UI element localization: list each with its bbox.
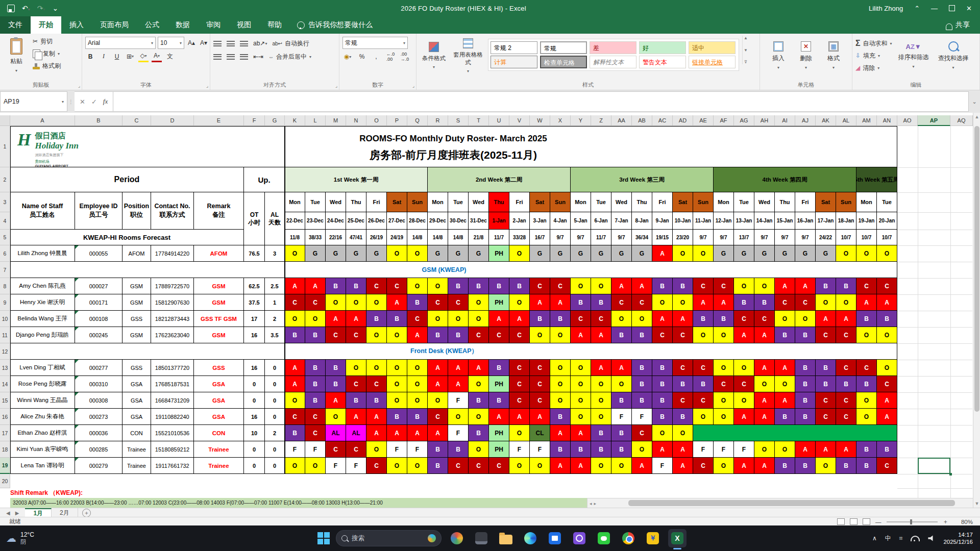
shift-cell[interactable]: F <box>611 409 632 425</box>
staff-remark-cell[interactable]: GSA <box>194 409 244 425</box>
row-header-6[interactable]: 6 <box>0 245 10 262</box>
style-tile[interactable]: 解释性文本 <box>590 56 636 68</box>
shift-cell[interactable]: O <box>387 458 407 474</box>
staff-id-cell[interactable]: 000027 <box>75 278 122 294</box>
shift-cell[interactable]: B <box>673 376 693 392</box>
day-header[interactable]: Sun <box>550 192 571 212</box>
format-cells-button[interactable]: ▦ 格式▾ <box>821 36 846 76</box>
forecast-cell[interactable]: 11/7 <box>591 230 611 245</box>
shift-cell[interactable]: O <box>571 278 591 294</box>
date-header[interactable]: 26-Dec <box>366 212 387 230</box>
shift-cell[interactable]: A <box>285 360 305 376</box>
shift-cell[interactable]: O <box>509 294 530 311</box>
staff-contact-cell[interactable]: 17889722570 <box>151 278 194 294</box>
shift-cell[interactable]: O <box>591 376 611 392</box>
shift-cell[interactable]: O <box>856 409 877 425</box>
shift-cell[interactable]: B <box>734 294 754 311</box>
shift-cell[interactable]: C <box>489 458 509 474</box>
date-header[interactable]: 15-Jan <box>775 212 795 230</box>
shift-cell[interactable]: A <box>448 376 469 392</box>
shift-cell[interactable]: B <box>469 278 489 294</box>
staff-contact-cell[interactable]: 18501377720 <box>151 360 194 376</box>
shift-cell[interactable]: B <box>550 311 571 327</box>
shift-cell[interactable]: B <box>652 409 673 425</box>
day-header[interactable]: Thu <box>775 192 795 212</box>
col-header-G[interactable]: G <box>265 115 285 126</box>
shift-cell[interactable]: A <box>326 311 346 327</box>
forecast-cell[interactable]: 16/7 <box>530 230 550 245</box>
staff-name-cell[interactable]: Amy Chen 陈孔燕 <box>10 278 75 294</box>
date-header[interactable]: 1-Jan <box>489 212 509 230</box>
shift-cell[interactable]: A <box>673 458 693 474</box>
undo-icon[interactable]: ↶▾ <box>22 4 30 12</box>
taskbar-app-notepad[interactable] <box>472 529 491 547</box>
date-header[interactable]: 16-Jan <box>795 212 816 230</box>
shift-cell[interactable]: C <box>611 294 632 311</box>
shift-cell[interactable]: C <box>836 360 856 376</box>
shift-cell[interactable]: F <box>346 458 366 474</box>
font-family-select[interactable]: Arial▾ <box>85 37 156 49</box>
shift-cell[interactable]: B <box>428 327 448 343</box>
align-top-icon[interactable] <box>213 41 222 46</box>
staff-ot-cell[interactable]: 0 <box>244 458 265 474</box>
bold-button[interactable]: B <box>85 52 95 62</box>
shift-cell[interactable]: O <box>571 392 591 409</box>
forecast-cell[interactable]: 9/7 <box>795 230 816 245</box>
row-header-20[interactable]: 20 <box>0 474 10 488</box>
style-tile[interactable]: 好 <box>639 41 686 54</box>
shift-cell[interactable]: C <box>856 278 877 294</box>
col-header-Y[interactable]: Y <box>571 115 591 126</box>
tab-公式[interactable]: 公式 <box>137 16 167 34</box>
shift-cell[interactable]: O <box>469 441 489 458</box>
shift-cell[interactable]: A <box>795 441 816 458</box>
shift-cell[interactable]: F <box>530 441 550 458</box>
shift-cell[interactable]: O <box>407 245 428 262</box>
shift-cell[interactable]: B <box>795 360 816 376</box>
forecast-cell[interactable]: 9/7 <box>714 230 734 245</box>
col-header-AC[interactable]: AC <box>652 115 673 126</box>
shift-cell[interactable]: F <box>714 441 734 458</box>
shift-cell[interactable]: A <box>387 294 407 311</box>
shift-cell[interactable]: C <box>816 392 836 409</box>
staff-remark-cell[interactable]: GSM <box>194 278 244 294</box>
insert-function-icon[interactable]: fx <box>103 97 108 106</box>
forecast-cell[interactable]: 13/7 <box>734 230 754 245</box>
ime-indicator[interactable]: 中 <box>885 534 891 543</box>
shift-cell[interactable]: C <box>795 294 816 311</box>
date-header[interactable]: 28-Dec <box>407 212 428 230</box>
new-sheet-button[interactable]: ＋ <box>82 509 91 517</box>
shift-cell[interactable]: A <box>652 245 673 262</box>
shift-cell[interactable]: B <box>795 376 816 392</box>
shift-cell[interactable]: O <box>448 409 469 425</box>
scroll-right-icon[interactable]: ▸ <box>594 501 597 506</box>
row-header-17[interactable]: 17 <box>0 425 10 441</box>
tell-me-box[interactable]: 告诉我你想要做什么 <box>290 16 380 34</box>
shift-cell[interactable]: B <box>366 311 387 327</box>
vscroll-thumb[interactable] <box>974 126 979 412</box>
shift-cell[interactable]: A <box>407 327 428 343</box>
shift-cell[interactable]: C <box>326 441 346 458</box>
shift-cell[interactable]: A <box>754 327 775 343</box>
col-header-A[interactable]: A <box>10 115 75 126</box>
shift-cell[interactable]: F <box>509 441 530 458</box>
shift-cell[interactable]: B <box>489 392 509 409</box>
shift-cell[interactable]: A <box>877 294 897 311</box>
shift-cell[interactable]: O <box>469 376 489 392</box>
date-header[interactable]: 22-Dec <box>285 212 305 230</box>
col-header-AM[interactable]: AM <box>856 115 877 126</box>
shift-cell[interactable]: A <box>571 425 591 441</box>
sort-filter-button[interactable]: AZ▼ 排序和筛选▾ <box>895 36 932 76</box>
day-header[interactable]: Sat <box>387 192 407 212</box>
staff-id-cell[interactable]: 000308 <box>75 392 122 409</box>
gallery-up-icon[interactable]: ▲ <box>744 36 748 40</box>
staff-id-cell[interactable]: 000310 <box>75 376 122 392</box>
tab-帮助[interactable]: 帮助 <box>259 16 290 34</box>
shift-cell[interactable]: A <box>489 409 509 425</box>
shift-cell[interactable]: O <box>591 392 611 409</box>
fill-button[interactable]: ⇩ 填充 ▾ <box>855 50 892 61</box>
shift-cell[interactable]: PH <box>489 294 509 311</box>
sheet-tab-2月[interactable]: 2月 <box>52 508 78 517</box>
underline-button[interactable]: U <box>112 52 122 62</box>
shift-cell[interactable]: C <box>448 458 469 474</box>
shift-cell[interactable]: G <box>530 245 550 262</box>
